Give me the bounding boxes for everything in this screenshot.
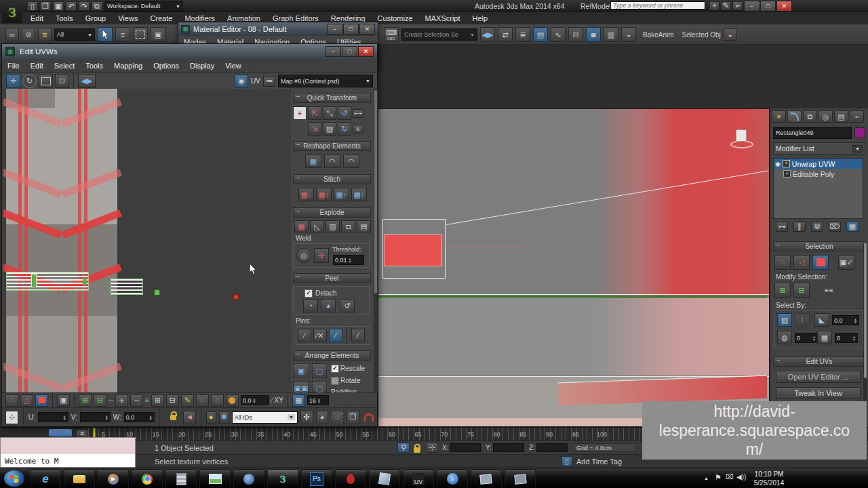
infocenter-wrench-icon[interactable]: ✎ (721, 1, 731, 10)
select-object-icon[interactable] (98, 27, 113, 42)
planar-angle-spinner[interactable]: 0.0▲▼ (832, 315, 859, 325)
unlink-selection-icon[interactable]: ⊘ (22, 28, 35, 41)
edge-distance-spinner[interactable]: 16▲▼ (307, 395, 329, 405)
paint-select-icon[interactable]: ✎ (181, 394, 194, 407)
menu-item[interactable]: Group (79, 13, 113, 24)
map-select-dropdown[interactable]: Map #8 (Context.psd)▼ (278, 75, 373, 87)
soft-selection-falloff-spinner[interactable]: 0.0▲▼ (241, 395, 269, 405)
align-horizontal-icon[interactable]: ⇱ (308, 106, 321, 120)
menu-item[interactable]: Customize (372, 13, 419, 24)
element-check-icon[interactable]: ▣✓ (838, 255, 854, 270)
detach-checkbox[interactable]: ✓ (304, 289, 313, 298)
taskbar-red-app-icon[interactable] (335, 469, 366, 488)
taskbar-glass-app-icon[interactable] (369, 469, 400, 488)
uv-edge-mode-icon[interactable]: △ (20, 394, 33, 407)
selection-rollout-header[interactable]: −Selection (773, 241, 865, 251)
uvw-menu-item[interactable]: File (2, 60, 25, 71)
taskbar-3dsmax-icon[interactable]: Ɜ (267, 469, 298, 488)
window-crossing-icon[interactable]: ▣ (151, 27, 165, 42)
taskbar-photoshop-icon[interactable]: Ps (301, 469, 332, 488)
uvw-menu-item[interactable]: Tools (80, 60, 108, 71)
flatten-angle-icon[interactable]: ◺ (310, 220, 324, 232)
peel-header[interactable]: −Peel (293, 273, 371, 283)
rendered-frame-icon[interactable]: ▥ (604, 27, 618, 42)
pivot-red-plus-icon[interactable]: + (293, 106, 307, 120)
app-maximize-button[interactable]: □ (760, 1, 776, 12)
align-vertical-icon[interactable]: ⇲ (308, 122, 321, 136)
open-uv-editor-button[interactable]: Open UV Editor ... (776, 371, 861, 383)
x-coord-field[interactable] (450, 443, 481, 452)
peel-mode-icon[interactable]: ◕ (321, 299, 336, 312)
object-name-field[interactable]: Rectangle049 (773, 127, 852, 139)
paint-shrink-icon[interactable]: ◌ (211, 394, 224, 407)
me-maximize-button[interactable]: □ (343, 24, 359, 35)
edge-subobject-icon[interactable]: ◁ (793, 255, 810, 270)
uv-shell-small[interactable] (111, 279, 143, 295)
y-coord-field[interactable] (493, 443, 524, 452)
uvw-menu-item[interactable]: Display (184, 60, 220, 71)
app-close-button[interactable]: ✕ (776, 1, 792, 12)
search-input[interactable] (610, 1, 705, 9)
uvw-close-button[interactable]: ✕ (358, 46, 374, 57)
object-color-swatch[interactable] (854, 127, 865, 138)
taskbar-autodesk-app-icon[interactable] (233, 469, 264, 488)
planar-angle-icon[interactable]: ◣ (814, 313, 829, 327)
polygon-subobject-icon[interactable] (812, 255, 829, 270)
taskbar-calculator-icon[interactable] (165, 469, 197, 488)
shrink-selection-icon[interactable]: ⊟ (793, 283, 810, 298)
loop-dash-icon[interactable]: ─ (108, 396, 113, 404)
xy-space-label[interactable]: XY (275, 396, 283, 404)
selected-face-red[interactable] (384, 235, 442, 266)
uv-shell-strip[interactable] (6, 272, 89, 291)
menu-item[interactable]: Views (112, 13, 144, 24)
menu-item[interactable]: Edit (24, 13, 50, 24)
menu-item[interactable]: Help (467, 13, 494, 24)
loop-lines-icon[interactable]: ≡≡ (825, 287, 834, 294)
tray-clock[interactable]: 10:10 PM 5/25/2014 (749, 470, 789, 487)
taskbar-explorer-icon[interactable] (64, 469, 95, 488)
uvw-maximize-button[interactable]: □ (342, 46, 357, 57)
quick-render-teapot-icon[interactable]: ◒ (724, 28, 737, 41)
expand-box-icon[interactable]: + (783, 160, 790, 167)
uvw-rotate-icon[interactable]: ↻ (22, 74, 37, 88)
stitch-source-icon[interactable]: ▦↕ (316, 188, 332, 201)
selection-lock-toggle-icon[interactable]: ⚲ (397, 443, 410, 453)
u-spinner[interactable]: ▲▼ (38, 412, 68, 422)
linear-align-icon[interactable]: ▨ (323, 122, 336, 136)
stitch-average-icon[interactable]: ▦↑ (334, 188, 349, 201)
make-unique-icon[interactable]: ⋓ (811, 222, 823, 232)
v-spinner[interactable]: ▲▼ (80, 412, 111, 422)
uvw-scale-icon[interactable] (39, 74, 53, 88)
layer-manager-icon[interactable]: ≣ (515, 27, 530, 42)
filter-selected-faces-icon[interactable]: ◄ (183, 411, 196, 424)
smoothing-group-spinner[interactable]: 0▲▼ (795, 333, 818, 343)
edit-uvws-window[interactable]: ◍ Edit UVWs − □ ✕ FileEditSelectToolsMap… (1, 43, 378, 427)
taskbar-uvlayout-icon[interactable]: UV (403, 469, 434, 488)
modifier-unwrap-uvw[interactable]: ◉ + Unwrap UVW (774, 159, 863, 169)
reset-peel-icon[interactable]: ↺ (340, 299, 355, 312)
app-minimize-button[interactable]: − (744, 1, 760, 12)
uvw-menu-item[interactable]: Select (49, 60, 81, 71)
stitch-target-icon[interactable]: ▦↑ (351, 188, 367, 201)
straighten-selection-icon[interactable]: ▦ (305, 155, 321, 168)
z-coord-field[interactable] (536, 443, 568, 452)
taskbar-itunes-icon[interactable]: ♪ (437, 469, 468, 488)
uvw-minimize-button[interactable]: − (326, 46, 341, 57)
utilities-tab[interactable]: ⌁ (850, 110, 864, 123)
rescale-checkbox[interactable]: ✓ (331, 365, 339, 373)
threshold-spinner[interactable]: 0.01▲▼ (333, 255, 364, 265)
stitch-header[interactable]: −Stitch (293, 174, 371, 184)
material-editor-titlebar[interactable]: ◍ Material Editor - 08 - Default − □ ✕ (178, 22, 378, 36)
workspace-dropdown[interactable]: Workspace: Default▼ (104, 1, 183, 12)
align-diagonal-icon[interactable]: ⤡ (323, 106, 336, 120)
material-id-filter-dropdown[interactable]: All IDs▼ (232, 411, 298, 424)
space-v-icon[interactable]: ⇅ (353, 125, 363, 134)
rearrange-icon[interactable]: ▢ (312, 363, 327, 378)
rotate-ccw-icon[interactable]: ↺ (338, 106, 351, 120)
keyboard-override-icon[interactable]: ⌨ABC (384, 27, 399, 42)
flatten-face-icon[interactable]: ▤ (357, 220, 371, 232)
uv-vertex-mode-icon[interactable]: ∴ (5, 394, 18, 407)
undo-icon[interactable]: ↶ (66, 1, 77, 11)
pin-tool-icon[interactable]: ⁄ (298, 329, 311, 342)
perspective-viewport[interactable] (378, 108, 770, 427)
